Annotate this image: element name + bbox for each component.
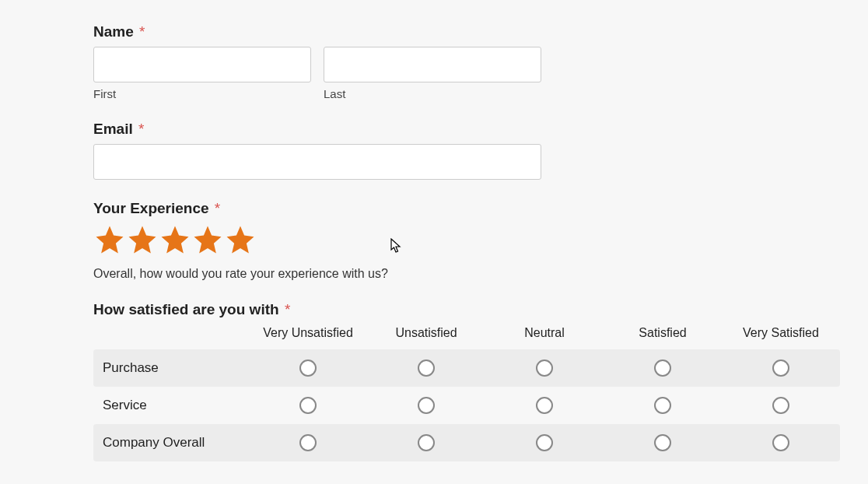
required-marker: *	[139, 23, 145, 40]
likert-radio[interactable]	[418, 397, 435, 414]
likert-row: Company Overall	[93, 424, 840, 461]
satisfaction-label-text: How satisfied are you with	[93, 301, 279, 317]
required-marker: *	[138, 121, 144, 137]
likert-radio[interactable]	[299, 397, 317, 414]
name-label: Name *	[93, 23, 840, 40]
experience-label-text: Your Experience	[93, 200, 209, 216]
email-input[interactable]	[93, 144, 541, 180]
likert-radio[interactable]	[772, 359, 789, 377]
required-marker: *	[215, 200, 220, 216]
email-label-text: Email	[93, 121, 133, 137]
star-icon[interactable]	[224, 223, 257, 256]
last-name-sublabel: Last	[324, 87, 541, 100]
likert-col-header: Satisfied	[604, 326, 722, 340]
likert-col-header: Unsatisfied	[367, 326, 485, 340]
likert-row-label: Service	[93, 398, 249, 413]
first-name-input[interactable]	[93, 47, 311, 82]
first-name-sublabel: First	[93, 87, 311, 100]
name-field-group: Name * First Last	[93, 23, 840, 100]
satisfaction-label: How satisfied are you with *	[93, 301, 840, 318]
email-field-group: Email *	[93, 121, 840, 180]
email-label: Email *	[93, 121, 840, 138]
likert-radio[interactable]	[654, 397, 671, 414]
likert-radio[interactable]	[418, 434, 435, 451]
likert-row: Service	[93, 387, 840, 424]
likert-radio[interactable]	[772, 397, 789, 414]
likert-radio[interactable]	[536, 359, 553, 377]
experience-label: Your Experience *	[93, 200, 840, 217]
likert-row-label: Purchase	[93, 360, 249, 376]
likert-row: Purchase	[93, 349, 840, 387]
likert-col-header: Very Unsatisfied	[249, 326, 367, 340]
likert-header: Very Unsatisfied Unsatisfied Neutral Sat…	[93, 326, 840, 340]
experience-help-text: Overall, how would you rate your experie…	[93, 267, 840, 281]
likert-table: Very Unsatisfied Unsatisfied Neutral Sat…	[93, 326, 840, 461]
likert-radio[interactable]	[654, 359, 671, 377]
required-marker: *	[285, 301, 290, 317]
likert-radio[interactable]	[654, 434, 671, 451]
likert-radio[interactable]	[536, 397, 553, 414]
likert-radio[interactable]	[536, 434, 553, 451]
star-rating	[93, 223, 840, 256]
likert-radio[interactable]	[299, 359, 317, 377]
name-label-text: Name	[93, 23, 134, 40]
last-name-input[interactable]	[324, 47, 541, 82]
likert-col-header: Very Satisfied	[722, 326, 840, 340]
star-icon[interactable]	[126, 223, 159, 256]
likert-row-label: Company Overall	[93, 435, 249, 451]
likert-radio[interactable]	[418, 359, 435, 377]
star-icon[interactable]	[93, 223, 126, 256]
likert-radio[interactable]	[299, 434, 317, 451]
star-icon[interactable]	[159, 223, 191, 256]
likert-radio[interactable]	[772, 434, 789, 451]
likert-col-header: Neutral	[485, 326, 604, 340]
experience-field-group: Your Experience * Overall, how would you…	[93, 200, 840, 281]
star-icon[interactable]	[191, 223, 224, 256]
satisfaction-field-group: How satisfied are you with * Very Unsati…	[93, 301, 840, 461]
